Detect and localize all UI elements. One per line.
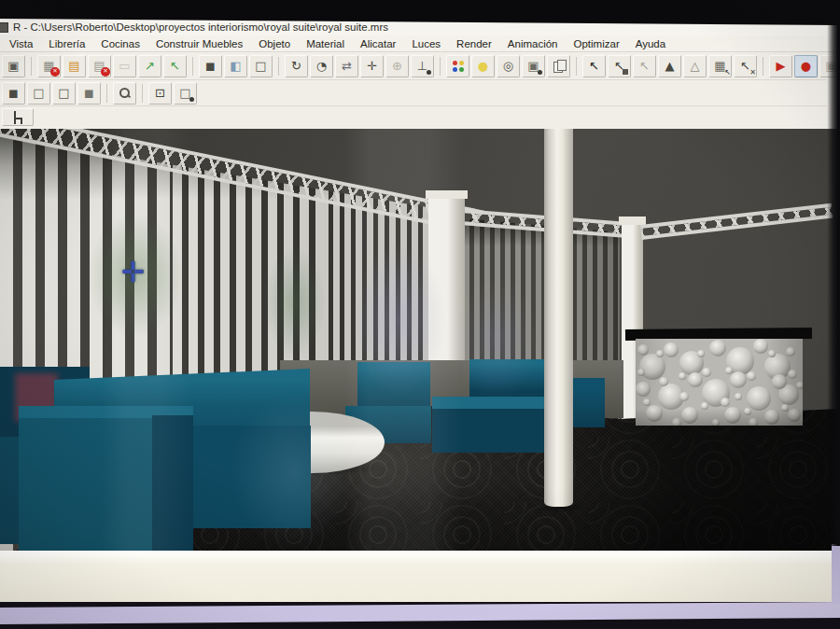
application-window: R - C:\Users\Roberto\Desktop\proyectos i… [0,0,840,629]
swap-views-icon: ⇄ [342,60,352,72]
sweep-arrow-ne-button[interactable]: ↗ [138,55,161,77]
floor-plane-icon: ▭ [119,60,130,72]
cube-half-blue-button[interactable]: ◧ [224,55,247,77]
menu-bar: VistaLibreríaCocinasConstruir MueblesObj… [0,35,840,52]
sweep-arrow-nw-button[interactable]: ↖ [163,55,187,77]
view-shaded-button[interactable]: ◼ [77,82,101,105]
select-texture-button[interactable]: ▦↖ [708,55,732,77]
object-view-button[interactable]: ▣ [522,55,545,77]
rotate-view-button[interactable]: ↻ [285,55,308,77]
library-delete-button[interactable]: ▦✕ [37,55,61,77]
window-title: R - C:\Users\Roberto\Desktop\proyectos i… [13,21,388,33]
view-shaded-icon: ◼ [84,87,94,99]
cube-wireframe-icon: □ [255,60,266,72]
play-animation-icon: ▶ [777,60,786,72]
texture-stripes-button[interactable]: ▤ [63,55,86,77]
zoom-magnifier-icon [119,87,131,99]
blocks-3d-icon: ▣ [7,60,19,72]
menu-item-ayuda[interactable]: Ayuda [636,38,665,49]
color-palette-button[interactable] [446,55,469,77]
object-view-badge-icon [538,70,542,75]
toolbar-separator [31,57,32,76]
toolbar-group [2,108,34,126]
target-center-button[interactable]: ⊕ [385,55,409,77]
blocks-3d-button[interactable]: ▣ [2,55,25,77]
menu-item-luces[interactable]: Luces [412,38,441,49]
monitor-photo: R - C:\Users\Roberto\Desktop\proyectos i… [0,0,840,629]
library-delete-badge-icon: ✕ [50,67,60,77]
zoom-magnifier-button[interactable] [113,82,136,105]
select-bounds-button[interactable]: ⊡ [148,82,172,105]
select-dim-icon: ↖ [639,60,650,72]
spotlight-button[interactable]: ⊥ [411,55,434,77]
menu-item-construir-muebles[interactable]: Construir Muebles [156,38,243,49]
toolbar-group: ▣ [2,55,25,77]
toolbar-separator [440,57,441,76]
select-dim-button[interactable]: ↖ [633,55,656,77]
texture-delete-button[interactable]: ▤✕ [88,55,111,77]
toolbar-separator [106,84,107,103]
menu-item-alicatar[interactable]: Alicatar [360,38,396,49]
toolbar-row-3 [0,106,827,128]
play-animation-button[interactable]: ▶ [769,55,792,77]
view-wireframe-icon: □ [58,87,69,99]
view-wireframe-button[interactable]: □ [52,82,76,105]
view-solid-icon: ◼ [8,87,19,99]
menu-item-animaci-n[interactable]: Animación [508,38,558,49]
texture-stripes-icon: ▤ [68,60,79,72]
select-object-badge-icon [623,69,628,75]
color-palette-icon [452,60,465,73]
toolbar-separator [763,57,763,76]
menu-item-cocinas[interactable]: Cocinas [101,38,140,49]
copy-pages-button[interactable] [547,55,570,77]
cube-half-blue-icon: ◧ [230,60,241,72]
select-bounds-icon: ⊡ [155,87,165,99]
view-wire-dashed-button[interactable]: □ [27,82,50,105]
menu-item-objeto[interactable]: Objeto [259,38,290,49]
orbit-view-button[interactable]: ◔ [310,55,333,77]
render-camera-button[interactable]: ◎ [497,55,520,77]
deselect-button[interactable]: ↖✕ [734,55,757,77]
cone-dark-button[interactable]: ▲ [658,55,681,77]
menu-item-optimizar[interactable]: Optimizar [574,38,620,49]
record-animation-button[interactable]: ● [794,55,818,77]
deselect-badge-icon: ✕ [749,69,756,77]
toolbar-row-1: ▣▦✕▤▤✕▭↗↖◼◧□↻◔⇄✛⊕⊥●◎▣↖↖↖▲△▦↖↖✕▶●▣ [0,52,827,80]
cone-light-button[interactable]: △ [683,55,707,77]
toolbar-group [113,82,136,105]
toolbar-group: ◼◧□ [199,55,273,77]
pan-move-icon: ✛ [367,60,377,72]
light-bulb-button[interactable]: ● [471,55,495,77]
select-object-button[interactable]: ↖ [608,55,631,77]
toolbar-group: ▦✕▤▤✕▭↗↖ [37,55,187,77]
copy-pages-icon [553,60,566,72]
cube-solid-dark-icon: ◼ [205,60,216,72]
menu-item-render[interactable]: Render [456,38,492,49]
render-camera-icon: ◎ [503,60,513,72]
swap-views-button[interactable]: ⇄ [335,55,358,77]
light-bulb-icon: ● [478,60,488,72]
chair-furniture-icon [12,110,24,124]
floor-plane-button[interactable]: ▭ [113,55,136,77]
pan-move-button[interactable]: ✛ [360,55,384,77]
toolbar-group: ◼□□◼ [2,82,101,105]
cube-wireframe-button[interactable]: □ [249,55,273,77]
view-hidden-button[interactable]: □ [174,82,197,105]
select-cursor-button[interactable]: ↖ [582,55,606,77]
toolbar-separator [142,84,143,103]
menu-item-material[interactable]: Material [306,38,344,49]
status-bar [0,551,840,605]
toolbar-group: ⊡□ [148,82,197,105]
menu-item-librer-a[interactable]: Librería [49,38,85,49]
cube-solid-dark-button[interactable]: ◼ [199,55,222,77]
texture-delete-badge-icon: ✕ [101,67,110,77]
viewport-3d[interactable]: ✛ [0,129,840,551]
view-solid-button[interactable]: ◼ [2,82,25,105]
menu-item-vista[interactable]: Vista [9,38,33,49]
cone-dark-icon: ▲ [665,60,675,72]
app-icon [0,22,8,33]
toolbar-separator [278,57,279,76]
toolbar-row-2: ◼□□◼⊡□ [0,80,827,106]
toolbar-group: ↖↖↖▲△▦↖↖✕ [582,55,757,77]
chair-furniture-button[interactable] [2,108,34,126]
